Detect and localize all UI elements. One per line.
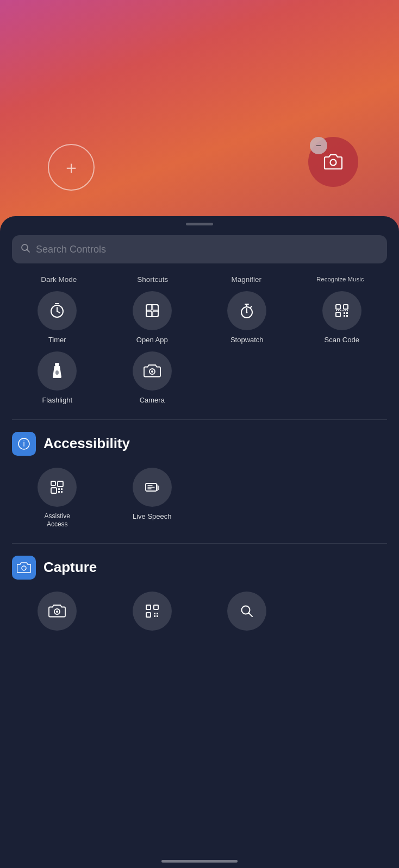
accessibility-grid: AssistiveAccess Live Speech: [0, 468, 399, 539]
remove-badge[interactable]: −: [310, 137, 327, 154]
control-item-stopwatch[interactable]: Stopwatch: [202, 291, 292, 345]
svg-rect-4: [146, 305, 158, 317]
open-app-icon-circle: [133, 291, 172, 330]
accessibility-section-title: Accessibility: [43, 435, 130, 452]
control-item-capture-search[interactable]: [202, 592, 292, 631]
section-divider-2: [12, 543, 387, 544]
svg-rect-45: [157, 613, 158, 614]
control-item-capture-scan[interactable]: [107, 592, 198, 631]
accessibility-section-icon: i: [12, 432, 36, 456]
minus-icon: −: [316, 141, 322, 150]
camera-label: Camera: [140, 396, 165, 405]
timer-icon-circle: [38, 291, 77, 330]
control-item-live-speech[interactable]: Live Speech: [107, 468, 198, 529]
svg-rect-30: [58, 491, 60, 493]
open-app-label: Open App: [136, 336, 168, 345]
flashlight-icon-circle: [38, 351, 77, 391]
svg-line-49: [249, 613, 253, 617]
recognize-music-label[interactable]: Recognize Music: [294, 275, 388, 284]
svg-rect-17: [346, 315, 348, 317]
svg-rect-26: [58, 481, 63, 487]
control-item-open-app[interactable]: Open App: [107, 291, 198, 345]
capture-section-title: Capture: [43, 559, 97, 576]
section-divider-1: [12, 419, 387, 420]
svg-rect-46: [154, 615, 155, 617]
bottom-sheet: Search Controls Dark Mode Shortcuts Magn…: [0, 216, 399, 868]
shortcuts-label[interactable]: Shortcuts: [106, 275, 200, 284]
control-item-timer[interactable]: Timer: [12, 291, 103, 345]
camera-icon-circle: [133, 351, 172, 391]
live-speech-icon-circle: [133, 468, 172, 507]
svg-rect-43: [146, 613, 151, 617]
svg-rect-47: [157, 615, 158, 617]
assistive-access-label: AssistiveAccess: [45, 512, 70, 529]
search-bar[interactable]: Search Controls: [12, 235, 387, 263]
dark-mode-label[interactable]: Dark Mode: [12, 275, 106, 284]
scan-code-label: Scan Code: [325, 336, 359, 345]
background-gradient: [0, 0, 399, 234]
control-item-scan-code[interactable]: Scan Code: [297, 291, 388, 345]
svg-text:i: i: [23, 439, 24, 448]
svg-rect-13: [336, 312, 340, 317]
accessibility-section-header: i Accessibility: [0, 432, 399, 468]
svg-point-38: [22, 566, 26, 570]
svg-rect-42: [154, 605, 158, 609]
capture-camera-icon-circle: [38, 592, 77, 631]
svg-rect-14: [344, 312, 345, 314]
svg-point-10: [246, 312, 248, 313]
svg-rect-44: [154, 613, 155, 614]
capture-section-header: Capture: [0, 556, 399, 592]
svg-rect-12: [344, 305, 348, 309]
stopwatch-label: Stopwatch: [230, 336, 264, 345]
svg-rect-19: [55, 363, 59, 366]
plus-icon: ＋: [63, 159, 80, 176]
magnifier-label[interactable]: Magnifier: [200, 275, 294, 284]
svg-rect-41: [146, 605, 151, 609]
control-item-capture-camera[interactable]: [12, 592, 103, 631]
svg-rect-25: [51, 481, 55, 486]
control-item-camera[interactable]: Camera: [107, 351, 198, 405]
search-icon: [21, 243, 30, 256]
svg-rect-31: [61, 491, 63, 493]
home-indicator: [161, 860, 238, 863]
capture-grid: [0, 592, 399, 640]
svg-rect-16: [344, 315, 345, 317]
control-item-flashlight[interactable]: Flashlight: [12, 351, 103, 405]
flashlight-label: Flashlight: [42, 396, 72, 405]
scan-code-icon-circle: [322, 291, 361, 330]
assistive-access-icon-circle: [38, 468, 77, 507]
timer-label: Timer: [48, 336, 66, 345]
controls-grid: Timer Open App: [0, 291, 399, 415]
svg-line-2: [27, 249, 30, 252]
live-speech-label: Live Speech: [133, 512, 172, 521]
capture-scan-icon-circle: [133, 592, 172, 631]
search-placeholder: Search Controls: [36, 244, 106, 255]
svg-point-20: [55, 370, 59, 375]
control-item-assistive-access[interactable]: AssistiveAccess: [12, 468, 103, 529]
svg-point-22: [151, 370, 153, 373]
svg-rect-29: [61, 488, 63, 490]
camera-icon: [323, 153, 344, 171]
stopwatch-icon-circle: [227, 291, 266, 330]
add-control-button[interactable]: ＋: [48, 144, 95, 191]
svg-rect-28: [58, 488, 60, 490]
svg-point-0: [331, 160, 336, 166]
capture-section-icon: [12, 556, 36, 580]
svg-rect-15: [346, 312, 348, 314]
svg-rect-11: [336, 305, 340, 309]
svg-rect-27: [51, 488, 57, 493]
svg-point-40: [56, 611, 58, 613]
drag-handle: [186, 223, 213, 225]
capture-search-icon-circle: [227, 592, 266, 631]
